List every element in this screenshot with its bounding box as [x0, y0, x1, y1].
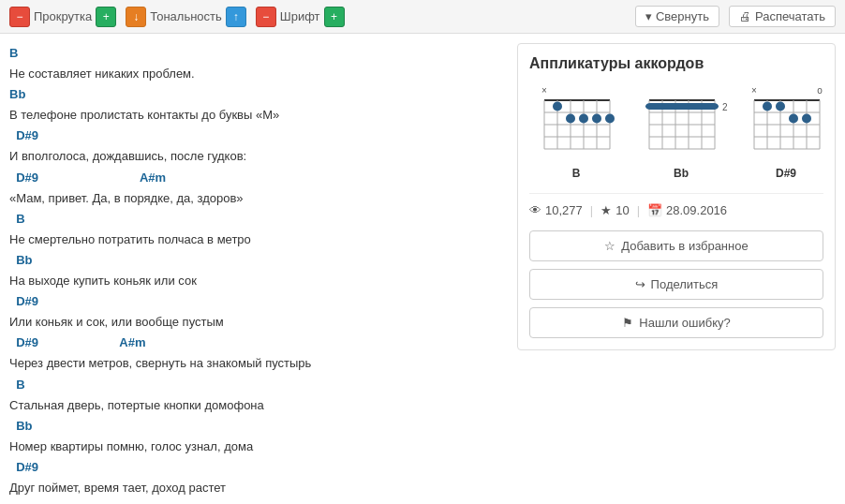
print-button[interactable]: 🖨 Распечатать: [729, 6, 836, 27]
chord-diagrams-box: Аппликатуры аккордов ×B2Bb×oD#95A#m 👁 10…: [517, 43, 836, 350]
scroll-group: − Прокрутка +: [9, 7, 116, 27]
date-display: 📅 28.09.2016: [647, 203, 727, 217]
chord-diagram-b: ×B: [529, 83, 623, 180]
svg-point-16: [605, 114, 615, 124]
lyric-line: Не составляет никаких проблем.: [9, 64, 502, 84]
tonality-down-button[interactable]: ↓: [126, 7, 146, 27]
share-icon: ↪: [635, 277, 645, 291]
chord-diagram-ds9: ×oD#9: [739, 83, 833, 180]
views-count: 👁 10,277: [529, 203, 583, 217]
scroll-minus-button[interactable]: −: [9, 7, 30, 27]
font-plus-button[interactable]: +: [324, 7, 345, 27]
svg-point-13: [566, 114, 575, 124]
svg-point-14: [579, 114, 588, 124]
chord-line: D#9 A#m: [9, 498, 502, 504]
action-buttons: ☆ Добавить в избранное ↪ Поделиться ⚑ На…: [529, 230, 823, 338]
toolbar: − Прокрутка + ↓ Тональность ↑ − Шрифт + …: [0, 0, 845, 34]
lyric-line: На выходе купить коньяк или сок: [9, 271, 502, 291]
svg-point-15: [592, 114, 601, 124]
star-icon: ★: [600, 203, 612, 217]
lyric-line: Через двести метров, свернуть на знакомы…: [9, 353, 502, 374]
chord-line: D#9: [9, 291, 502, 312]
chord-line: D#9 A#m: [9, 333, 502, 353]
tonality-label: Тональность: [150, 9, 222, 23]
chord-line: Bb: [9, 250, 502, 271]
printer-icon: 🖨: [739, 9, 751, 23]
chord-line: B: [9, 375, 502, 395]
tonality-group: ↓ Тональность ↑: [126, 7, 246, 27]
lyric-line: Или коньяк и сок, или вообще пустым: [9, 312, 502, 333]
lyric-line: Стальная дверь, потертые кнопки домофона: [9, 395, 502, 416]
sidebar: Аппликатуры аккордов ×B2Bb×oD#95A#m 👁 10…: [517, 43, 836, 504]
tonality-up-button[interactable]: ↑: [226, 7, 246, 27]
favorite-button[interactable]: ☆ Добавить в избранное: [529, 230, 823, 261]
chord-line: Bb: [9, 84, 502, 105]
chord-line: Bb: [9, 416, 502, 437]
share-label: Поделиться: [651, 277, 719, 291]
calendar-icon: 📅: [647, 203, 662, 217]
svg-text:×: ×: [541, 85, 547, 96]
svg-text:×: ×: [751, 85, 757, 96]
chord-line: B: [9, 209, 502, 230]
chord-meta: 👁 10,277 | ★ 10 | 📅 28.09.2016: [529, 193, 823, 217]
favorites-count: ★ 10: [600, 203, 629, 217]
svg-rect-29: [645, 103, 719, 110]
lyric-line: Друг поймет, время тает, доход растет: [9, 478, 502, 498]
font-group: − Шрифт +: [256, 7, 345, 27]
chord-name-label: B: [572, 167, 581, 180]
font-label: Шрифт: [280, 9, 320, 23]
lyric-line: Номер квартиры помню, голос узнал, дома: [9, 437, 502, 457]
share-button[interactable]: ↪ Поделиться: [529, 269, 823, 300]
lyric-line: Не смертельно потратить полчаса в метро: [9, 230, 502, 250]
song-content: BНе составляет никаких проблем.BbВ телеф…: [9, 43, 502, 504]
chord-line: D#9: [9, 126, 502, 146]
error-label: Нашли ошибку?: [639, 316, 730, 330]
svg-point-43: [763, 102, 772, 111]
lyric-line: И вполголоса, дождавшись, после гудков:: [9, 146, 502, 167]
chord-name-label: Bb: [674, 167, 689, 180]
svg-text:2: 2: [722, 102, 728, 112]
scroll-label: Прокрутка: [34, 9, 92, 23]
svg-point-44: [776, 102, 785, 111]
flag-icon: ⚑: [622, 316, 633, 330]
chord-line: B: [9, 43, 502, 64]
separator1: |: [590, 203, 593, 217]
chord-name-label: D#9: [776, 167, 796, 180]
eye-icon: 👁: [529, 203, 541, 217]
error-button[interactable]: ⚑ Нашли ошибку?: [529, 307, 823, 338]
chord-diagrams-row: ×B2Bb×oD#95A#m: [529, 83, 823, 180]
toolbar-right: ▾ Свернуть 🖨 Распечатать: [635, 6, 836, 27]
font-minus-button[interactable]: −: [256, 7, 276, 27]
chord-line: D#9: [9, 457, 502, 478]
star-outline-icon: ☆: [604, 239, 615, 253]
svg-text:o: o: [817, 85, 823, 96]
svg-point-12: [553, 102, 562, 111]
main-layout: BНе составляет никаких проблем.BbВ телеф…: [0, 34, 845, 504]
collapse-button[interactable]: ▾ Свернуть: [635, 6, 719, 27]
scroll-plus-button[interactable]: +: [96, 7, 116, 27]
chord-line: D#9 A#m: [9, 168, 502, 188]
lyric-line: В телефоне пролистать контакты до буквы …: [9, 105, 502, 126]
svg-point-46: [802, 114, 811, 124]
chord-diagram-bb: 2Bb: [634, 83, 728, 180]
chevron-down-icon: ▾: [645, 9, 652, 23]
svg-point-45: [789, 114, 798, 124]
separator2: |: [637, 203, 640, 217]
lyric-line: «Мам, привет. Да, в порядке, да, здоров»: [9, 188, 502, 209]
print-label: Распечатать: [755, 9, 825, 23]
chord-diagrams-title: Аппликатуры аккордов: [529, 55, 823, 72]
favorite-label: Добавить в избранное: [621, 239, 748, 253]
collapse-label: Свернуть: [656, 9, 709, 23]
